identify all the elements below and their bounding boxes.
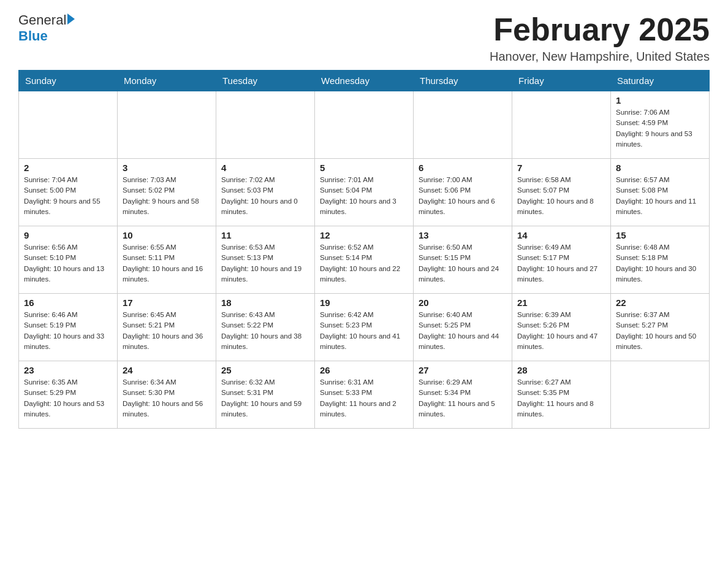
day-number: 6 <box>419 163 507 173</box>
day-number: 20 <box>419 297 507 308</box>
day-number: 5 <box>320 163 408 173</box>
day-info: Sunrise: 6:49 AM Sunset: 5:17 PM Dayligh… <box>517 242 605 285</box>
calendar-day-cell: 1Sunrise: 7:06 AM Sunset: 4:59 PM Daylig… <box>611 91 710 159</box>
day-info: Sunrise: 6:34 AM Sunset: 5:30 PM Dayligh… <box>123 377 211 419</box>
day-number: 10 <box>123 230 211 240</box>
calendar-day-cell: 11Sunrise: 6:53 AM Sunset: 5:13 PM Dayli… <box>216 226 315 294</box>
day-info: Sunrise: 7:00 AM Sunset: 5:06 PM Dayligh… <box>419 175 507 217</box>
day-of-week-header: Sunday <box>19 71 118 91</box>
calendar-day-cell: 8Sunrise: 6:57 AM Sunset: 5:08 PM Daylig… <box>611 159 710 226</box>
day-info: Sunrise: 6:43 AM Sunset: 5:22 PM Dayligh… <box>221 310 309 352</box>
calendar-day-cell: 19Sunrise: 6:42 AM Sunset: 5:23 PM Dayli… <box>315 294 414 361</box>
calendar-day-cell: 20Sunrise: 6:40 AM Sunset: 5:25 PM Dayli… <box>414 294 512 361</box>
calendar-day-cell <box>315 91 414 159</box>
day-info: Sunrise: 6:40 AM Sunset: 5:25 PM Dayligh… <box>419 310 507 352</box>
calendar-day-cell: 24Sunrise: 6:34 AM Sunset: 5:30 PM Dayli… <box>118 361 216 429</box>
day-number: 12 <box>320 230 408 240</box>
day-info: Sunrise: 6:32 AM Sunset: 5:31 PM Dayligh… <box>221 377 309 419</box>
calendar-day-cell: 10Sunrise: 6:55 AM Sunset: 5:11 PM Dayli… <box>118 226 216 294</box>
calendar-day-cell: 13Sunrise: 6:50 AM Sunset: 5:15 PM Dayli… <box>414 226 512 294</box>
calendar-day-cell: 27Sunrise: 6:29 AM Sunset: 5:34 PM Dayli… <box>414 361 512 429</box>
day-info: Sunrise: 6:57 AM Sunset: 5:08 PM Dayligh… <box>616 175 704 217</box>
day-number: 21 <box>517 297 605 308</box>
calendar-day-cell: 2Sunrise: 7:04 AM Sunset: 5:00 PM Daylig… <box>19 159 118 226</box>
calendar-day-cell: 28Sunrise: 6:27 AM Sunset: 5:35 PM Dayli… <box>512 361 611 429</box>
day-of-week-header: Monday <box>118 71 216 91</box>
calendar-table: SundayMondayTuesdayWednesdayThursdayFrid… <box>18 70 710 429</box>
day-info: Sunrise: 7:03 AM Sunset: 5:02 PM Dayligh… <box>123 175 211 217</box>
calendar-week-row: 1Sunrise: 7:06 AM Sunset: 4:59 PM Daylig… <box>19 91 710 159</box>
calendar-day-cell: 5Sunrise: 7:01 AM Sunset: 5:04 PM Daylig… <box>315 159 414 226</box>
day-number: 13 <box>419 230 507 240</box>
calendar-day-cell: 9Sunrise: 6:56 AM Sunset: 5:10 PM Daylig… <box>19 226 118 294</box>
calendar-day-cell: 6Sunrise: 7:00 AM Sunset: 5:06 PM Daylig… <box>414 159 512 226</box>
day-of-week-header: Tuesday <box>216 71 315 91</box>
calendar-day-cell <box>19 91 118 159</box>
calendar-day-cell: 22Sunrise: 6:37 AM Sunset: 5:27 PM Dayli… <box>611 294 710 361</box>
logo: General Blue <box>18 12 75 44</box>
calendar-week-row: 2Sunrise: 7:04 AM Sunset: 5:00 PM Daylig… <box>19 159 710 226</box>
day-info: Sunrise: 6:31 AM Sunset: 5:33 PM Dayligh… <box>320 377 408 419</box>
day-number: 28 <box>517 365 605 375</box>
day-info: Sunrise: 6:45 AM Sunset: 5:21 PM Dayligh… <box>123 310 211 352</box>
day-number: 22 <box>616 297 704 308</box>
day-number: 17 <box>123 297 211 308</box>
calendar-day-cell <box>118 91 216 159</box>
day-number: 14 <box>517 230 605 240</box>
day-number: 27 <box>419 365 507 375</box>
calendar-day-cell: 4Sunrise: 7:02 AM Sunset: 5:03 PM Daylig… <box>216 159 315 226</box>
day-of-week-header: Saturday <box>611 71 710 91</box>
day-number: 9 <box>24 230 112 240</box>
logo-blue-text: Blue <box>18 28 48 44</box>
day-number: 3 <box>123 163 211 173</box>
day-number: 23 <box>24 365 112 375</box>
day-info: Sunrise: 7:02 AM Sunset: 5:03 PM Dayligh… <box>221 175 309 217</box>
calendar-day-cell: 18Sunrise: 6:43 AM Sunset: 5:22 PM Dayli… <box>216 294 315 361</box>
calendar-day-cell: 17Sunrise: 6:45 AM Sunset: 5:21 PM Dayli… <box>118 294 216 361</box>
calendar-day-cell: 14Sunrise: 6:49 AM Sunset: 5:17 PM Dayli… <box>512 226 611 294</box>
calendar-day-cell: 12Sunrise: 6:52 AM Sunset: 5:14 PM Dayli… <box>315 226 414 294</box>
day-info: Sunrise: 6:42 AM Sunset: 5:23 PM Dayligh… <box>320 310 408 352</box>
day-number: 4 <box>221 163 309 173</box>
day-info: Sunrise: 6:37 AM Sunset: 5:27 PM Dayligh… <box>616 310 704 352</box>
day-info: Sunrise: 6:52 AM Sunset: 5:14 PM Dayligh… <box>320 242 408 285</box>
day-number: 25 <box>221 365 309 375</box>
day-number: 15 <box>616 230 704 240</box>
day-info: Sunrise: 6:35 AM Sunset: 5:29 PM Dayligh… <box>24 377 112 419</box>
day-number: 8 <box>616 163 704 173</box>
calendar-day-cell <box>512 91 611 159</box>
day-info: Sunrise: 6:39 AM Sunset: 5:26 PM Dayligh… <box>517 310 605 352</box>
logo-arrow-icon <box>67 13 75 25</box>
title-section: February 2025 Hanover, New Hampshire, Un… <box>490 12 710 64</box>
calendar-day-cell: 7Sunrise: 6:58 AM Sunset: 5:07 PM Daylig… <box>512 159 611 226</box>
day-number: 24 <box>123 365 211 375</box>
day-info: Sunrise: 6:27 AM Sunset: 5:35 PM Dayligh… <box>517 377 605 419</box>
day-info: Sunrise: 6:56 AM Sunset: 5:10 PM Dayligh… <box>24 242 112 285</box>
day-info: Sunrise: 6:58 AM Sunset: 5:07 PM Dayligh… <box>517 175 605 217</box>
day-info: Sunrise: 6:55 AM Sunset: 5:11 PM Dayligh… <box>123 242 211 285</box>
calendar-day-cell: 15Sunrise: 6:48 AM Sunset: 5:18 PM Dayli… <box>611 226 710 294</box>
day-info: Sunrise: 6:29 AM Sunset: 5:34 PM Dayligh… <box>419 377 507 419</box>
calendar-day-cell: 21Sunrise: 6:39 AM Sunset: 5:26 PM Dayli… <box>512 294 611 361</box>
day-number: 18 <box>221 297 309 308</box>
day-info: Sunrise: 7:01 AM Sunset: 5:04 PM Dayligh… <box>320 175 408 217</box>
day-of-week-header: Friday <box>512 71 611 91</box>
day-info: Sunrise: 7:04 AM Sunset: 5:00 PM Dayligh… <box>24 175 112 217</box>
day-number: 7 <box>517 163 605 173</box>
day-number: 19 <box>320 297 408 308</box>
calendar-day-cell: 16Sunrise: 6:46 AM Sunset: 5:19 PM Dayli… <box>19 294 118 361</box>
calendar-header-row: SundayMondayTuesdayWednesdayThursdayFrid… <box>19 71 710 91</box>
calendar-day-cell <box>611 361 710 429</box>
calendar-week-row: 16Sunrise: 6:46 AM Sunset: 5:19 PM Dayli… <box>19 294 710 361</box>
day-info: Sunrise: 6:53 AM Sunset: 5:13 PM Dayligh… <box>221 242 309 285</box>
calendar-week-row: 9Sunrise: 6:56 AM Sunset: 5:10 PM Daylig… <box>19 226 710 294</box>
calendar-day-cell <box>414 91 512 159</box>
page-header: General Blue February 2025 Hanover, New … <box>18 12 710 64</box>
calendar-day-cell <box>216 91 315 159</box>
day-number: 16 <box>24 297 112 308</box>
day-info: Sunrise: 6:50 AM Sunset: 5:15 PM Dayligh… <box>419 242 507 285</box>
day-info: Sunrise: 7:06 AM Sunset: 4:59 PM Dayligh… <box>616 107 704 150</box>
day-number: 2 <box>24 163 112 173</box>
day-info: Sunrise: 6:46 AM Sunset: 5:19 PM Dayligh… <box>24 310 112 352</box>
day-info: Sunrise: 6:48 AM Sunset: 5:18 PM Dayligh… <box>616 242 704 285</box>
